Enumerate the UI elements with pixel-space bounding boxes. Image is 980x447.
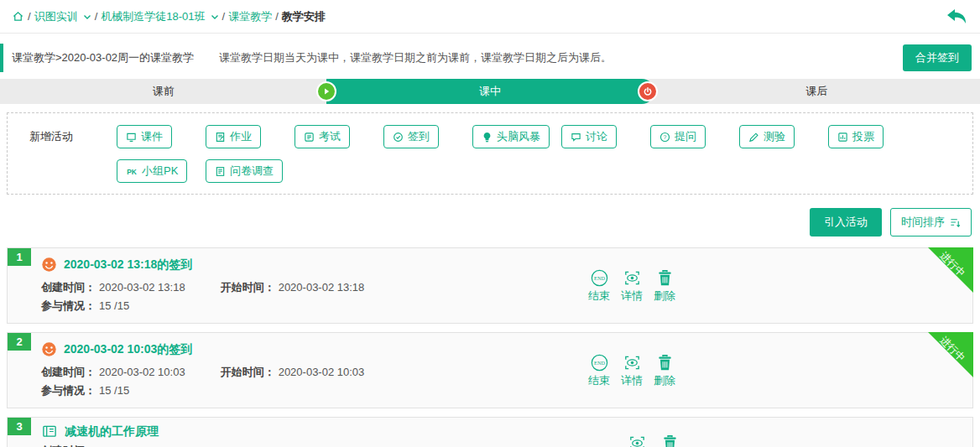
detail-button[interactable]: 详情 — [621, 268, 643, 304]
breadcrumb-separator: / — [222, 10, 226, 23]
start-time-label: 开始时间： — [221, 281, 275, 294]
activity-title[interactable]: 2020-03-02 10:03的签到 — [64, 342, 192, 357]
homework-button[interactable]: 作业 — [206, 125, 261, 148]
item-number-badge: 2 — [8, 333, 31, 351]
vote-icon — [837, 132, 848, 143]
group-pk-button[interactable]: PK 小组PK — [117, 159, 187, 183]
phase-tab-bar: 课前 课中 课后 — [0, 79, 980, 104]
trash-icon — [660, 434, 680, 447]
svg-text:END: END — [594, 359, 605, 365]
participation-label: 参与情况： — [41, 384, 96, 397]
end-icon: END — [590, 268, 609, 288]
item-number-badge: 3 — [8, 418, 31, 435]
end-icon: END — [590, 353, 609, 372]
signin-button[interactable]: 签到 — [383, 125, 439, 148]
start-time-label: 开始时间： — [221, 366, 275, 378]
delete-button[interactable]: 删除 — [654, 268, 675, 304]
discussion-button[interactable]: 讨论 — [561, 125, 617, 148]
breadcrumb-item-teaching[interactable]: 课堂教学 — [228, 9, 272, 24]
start-time-value: 2020-03-02 13:18 — [279, 281, 365, 294]
detail-eye-icon — [623, 268, 642, 288]
status-ribbon: 进行中 — [928, 247, 973, 293]
chevron-down-icon — [211, 13, 219, 20]
activity-button-group: 课件 作业 考试 签到 头脑风暴 讨论 ? 提问 测验 投票 PK 小组PK — [117, 125, 967, 183]
activity-card: 3 减速机的工作原理 创建时间：2020-03-02 09:30 查看情况：15… — [7, 417, 973, 447]
import-activity-button[interactable]: 引入活动 — [810, 208, 882, 236]
detail-eye-icon — [628, 434, 647, 447]
activity-card: 2 2020-03-02 10:03的签到 创建时间：2020-03-02 10… — [7, 332, 973, 408]
merge-signin-button[interactable]: 合并签到 — [903, 44, 972, 71]
trash-icon — [655, 268, 675, 288]
question-icon: ? — [659, 132, 670, 143]
quiz-icon — [748, 132, 759, 143]
participation-label: 参与情况： — [41, 299, 96, 312]
quiz-button[interactable]: 测验 — [739, 125, 795, 148]
participation-value: 15 /15 — [99, 299, 129, 312]
smiley-signin-icon — [41, 341, 57, 357]
svg-text:END: END — [594, 274, 605, 280]
tab-during-class[interactable]: 课中 — [326, 79, 653, 104]
chevron-down-icon — [83, 13, 91, 20]
detail-button[interactable]: 详情 — [626, 434, 648, 447]
created-time-label: 创建时间： — [41, 366, 96, 378]
breadcrumb-item-current: 教学安排 — [282, 9, 326, 24]
status-ribbon: 进行中 — [928, 332, 973, 377]
breadcrumb-separator: / — [28, 10, 31, 23]
play-icon — [316, 81, 336, 101]
delete-button[interactable]: 删除 — [654, 353, 675, 388]
svg-text:PK: PK — [127, 167, 137, 175]
breadcrumb-item-course[interactable]: 识图实训 — [34, 9, 91, 24]
smiley-signin-icon — [41, 257, 57, 273]
new-activity-panel: 新增活动 课件 作业 考试 签到 头脑风暴 讨论 ? 提问 测验 投票 — [7, 112, 973, 195]
breadcrumb: / 识图实训 / 机械制造学徒18-01班 / 课堂教学 / 教学安排 — [0, 0, 980, 34]
participation-value: 15 /15 — [99, 384, 129, 397]
brainstorm-button[interactable]: 头脑风暴 — [472, 125, 550, 148]
activity-title[interactable]: 2020-03-02 13:18的签到 — [64, 257, 192, 273]
discussion-icon — [571, 132, 581, 143]
end-button[interactable]: END 结束 — [588, 353, 610, 388]
trash-icon — [655, 353, 675, 372]
list-toolbar: 引入活动 时间排序 — [8, 208, 972, 236]
breadcrumb-separator: / — [95, 10, 98, 23]
detail-button[interactable]: 详情 — [621, 353, 643, 388]
power-icon — [638, 81, 658, 101]
signin-icon — [393, 132, 404, 143]
sort-icon — [950, 217, 961, 228]
exam-button[interactable]: 考试 — [295, 125, 350, 148]
time-sort-button[interactable]: 时间排序 — [890, 208, 972, 236]
exam-icon — [304, 132, 315, 143]
delete-button[interactable]: 删除 — [659, 434, 680, 447]
courseware-button[interactable]: 课件 — [117, 125, 172, 148]
created-time-value: 2020-03-02 10:03 — [99, 366, 185, 378]
item-number-badge: 1 — [8, 248, 31, 266]
vote-button[interactable]: 投票 — [828, 125, 884, 148]
tab-before-class[interactable]: 课前 — [0, 79, 326, 104]
question-button[interactable]: ? 提问 — [650, 125, 706, 148]
pk-icon: PK — [126, 166, 138, 177]
new-activity-label: 新增活动 — [29, 125, 117, 144]
info-bar: 课堂教学>2020-03-02周一的课堂教学 课堂教学日期当天为课中，课堂教学日… — [0, 44, 980, 72]
home-icon[interactable] — [12, 10, 24, 23]
end-button[interactable]: END 结束 — [588, 268, 610, 304]
brainstorm-icon — [482, 132, 493, 143]
homework-icon — [215, 132, 226, 143]
courseware-book-icon — [41, 424, 58, 439]
breadcrumb-item-class[interactable]: 机械制造学徒18-01班 — [101, 9, 218, 24]
activity-card: 1 2020-03-02 13:18的签到 创建时间：2020-03-02 13… — [7, 247, 973, 324]
created-time-label: 创建时间： — [41, 281, 96, 294]
lesson-label: 课堂教学>2020-03-02周一的课堂教学 — [12, 50, 194, 65]
back-arrow-icon[interactable] — [946, 8, 967, 25]
survey-button[interactable]: 问卷调查 — [206, 159, 283, 183]
activity-title[interactable]: 减速机的工作原理 — [65, 424, 159, 439]
breadcrumb-separator: / — [275, 10, 279, 23]
created-time-value: 2020-03-02 13:18 — [99, 281, 185, 294]
detail-eye-icon — [623, 353, 642, 372]
start-time-value: 2020-03-02 10:03 — [279, 366, 365, 378]
svg-text:?: ? — [664, 133, 667, 139]
tab-after-class[interactable]: 课后 — [654, 79, 980, 104]
survey-icon — [215, 166, 226, 177]
phase-hint: 课堂教学日期当天为课中，课堂教学日期之前为课前，课堂教学日期之后为课后。 — [219, 50, 612, 65]
courseware-icon — [126, 132, 137, 143]
